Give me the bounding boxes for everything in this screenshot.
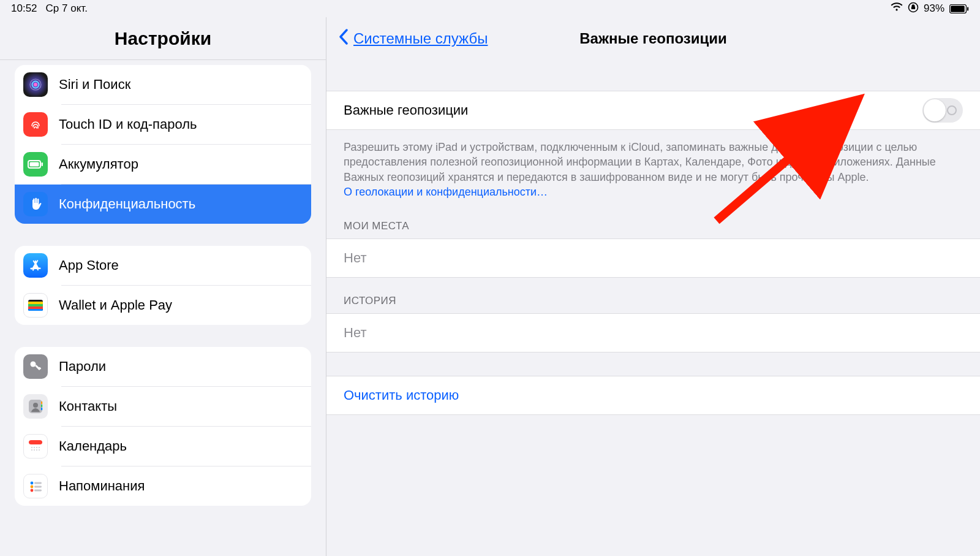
svg-rect-13	[28, 307, 43, 309]
sidebar-item-label: Wallet и Apple Pay	[59, 297, 172, 313]
svg-point-25	[31, 447, 32, 448]
sidebar-item-label: App Store	[59, 257, 119, 273]
svg-point-33	[31, 482, 34, 485]
sidebar-item-reminders[interactable]: Напоминания	[15, 467, 311, 506]
appstore-icon	[23, 253, 48, 278]
svg-rect-21	[41, 405, 42, 407]
svg-point-15	[31, 362, 36, 367]
sidebar-pane: Настройки Siri и Поиск Touch ID и код‑па…	[0, 17, 326, 556]
svg-rect-2	[951, 6, 965, 12]
history-row[interactable]: Нет	[326, 313, 980, 352]
toggle-significant-locations[interactable]	[922, 98, 963, 123]
sidebar-group: Пароли Контакты Календарь	[15, 347, 311, 506]
svg-rect-12	[28, 304, 43, 307]
sidebar-item-label: Календарь	[59, 438, 127, 454]
siri-icon	[23, 72, 48, 97]
key-icon	[23, 354, 48, 379]
svg-rect-22	[41, 408, 42, 410]
section-header-history: ИСТОРИЯ	[326, 278, 980, 313]
statusbar-battery-pct: 93%	[924, 2, 944, 15]
toggle-row-significant-locations: Важные геопозиции	[326, 91, 980, 130]
places-value: Нет	[344, 250, 366, 266]
svg-rect-38	[34, 490, 42, 492]
svg-point-37	[31, 489, 34, 492]
clear-history-label: Очистить историю	[344, 387, 459, 403]
sidebar-item-privacy[interactable]: Конфиденциальность	[15, 185, 311, 224]
sidebar-item-calendar[interactable]: Календарь	[15, 427, 311, 466]
svg-rect-8	[30, 162, 39, 167]
sidebar-item-label: Контакты	[59, 398, 117, 414]
sidebar-group: App Store Wallet и Apple Pay	[15, 246, 311, 325]
sidebar-item-siri[interactable]: Siri и Поиск	[15, 65, 311, 104]
reminders-icon	[23, 474, 48, 498]
svg-point-28	[39, 447, 40, 448]
sidebar-item-touchid[interactable]: Touch ID и код‑пароль	[15, 105, 311, 144]
sidebar-item-appstore[interactable]: App Store	[15, 246, 311, 285]
calendar-icon	[23, 434, 48, 459]
svg-rect-9	[42, 162, 43, 166]
sidebar-item-label: Пароли	[59, 359, 106, 375]
svg-rect-34	[34, 482, 42, 484]
fingerprint-icon	[23, 112, 48, 137]
sidebar-item-label: Напоминания	[59, 478, 145, 494]
sidebar-scroll[interactable]: Siri и Поиск Touch ID и код‑пароль Аккум…	[0, 60, 326, 556]
sidebar-item-label: Аккумулятор	[59, 156, 138, 172]
description-text: Разрешить этому iPad и устройствам, подк…	[326, 130, 980, 203]
wallet-icon	[23, 293, 48, 318]
svg-point-32	[39, 449, 40, 451]
sidebar-item-battery[interactable]: Аккумулятор	[15, 145, 311, 184]
section-header-places: МОИ МЕСТА	[326, 203, 980, 238]
svg-point-29	[31, 449, 32, 451]
svg-point-35	[31, 486, 34, 489]
chevron-left-icon	[339, 28, 349, 49]
sidebar-item-wallet[interactable]: Wallet и Apple Pay	[15, 286, 311, 325]
svg-rect-11	[28, 302, 43, 304]
history-value: Нет	[344, 325, 366, 341]
svg-point-27	[36, 447, 37, 448]
statusbar-time: 10:52	[11, 2, 37, 15]
svg-point-6	[34, 83, 37, 86]
svg-point-30	[34, 449, 35, 451]
hand-icon	[23, 192, 48, 216]
wifi-icon	[891, 2, 903, 15]
svg-rect-36	[34, 486, 42, 488]
back-label: Системные службы	[353, 30, 488, 47]
status-bar: 10:52 Ср 7 окт. 93%	[0, 0, 980, 17]
contacts-icon	[23, 394, 48, 419]
toggle-off-indicator-icon	[947, 105, 957, 115]
sidebar-item-contacts[interactable]: Контакты	[15, 387, 311, 426]
svg-point-26	[34, 447, 35, 448]
statusbar-date: Ср 7 окт.	[46, 2, 88, 15]
sidebar-item-label: Конфиденциальность	[59, 196, 195, 212]
detail-body: Важные геопозиции Разрешить этому iPad и…	[326, 91, 980, 415]
detail-header: Системные службы Важные геопозиции	[326, 17, 980, 60]
svg-rect-14	[28, 309, 43, 311]
toggle-label: Важные геопозиции	[344, 102, 468, 118]
svg-rect-20	[41, 402, 42, 404]
orientation-lock-icon	[908, 2, 919, 16]
battery-icon	[949, 4, 969, 13]
back-button[interactable]: Системные службы	[339, 28, 488, 49]
sidebar-title: Настройки	[0, 17, 326, 60]
svg-rect-3	[967, 7, 968, 10]
toggle-knob-icon	[924, 99, 946, 121]
clear-history-button[interactable]: Очистить историю	[326, 376, 980, 415]
places-row[interactable]: Нет	[326, 238, 980, 278]
privacy-link[interactable]: О геолокации и конфиденциальности…	[344, 186, 548, 198]
sidebar-item-label: Siri и Поиск	[59, 77, 130, 93]
battery-settings-icon	[23, 152, 48, 177]
sidebar-item-label: Touch ID и код‑пароль	[59, 116, 197, 132]
svg-point-31	[36, 449, 37, 451]
sidebar-group: Siri и Поиск Touch ID и код‑пароль Аккум…	[15, 65, 311, 224]
sidebar-item-passwords[interactable]: Пароли	[15, 347, 311, 386]
svg-rect-24	[29, 440, 42, 444]
detail-pane: Системные службы Важные геопозиции Важны…	[326, 17, 980, 556]
svg-point-19	[33, 403, 38, 408]
